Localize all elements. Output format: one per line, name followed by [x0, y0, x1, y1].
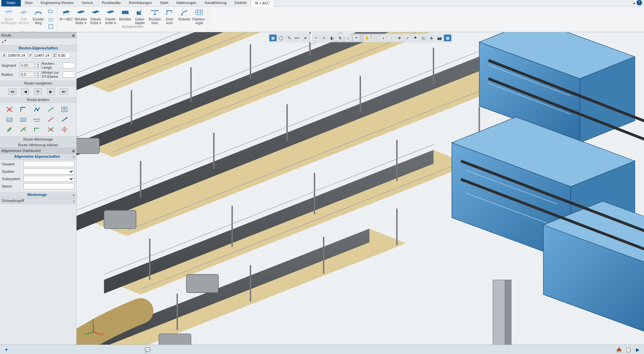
help-icon[interactable]: ? — [637, 0, 642, 5]
ribbon-btn-drehkran[interactable]: Dreh kran — [162, 7, 177, 25]
menu-item-kanalfuehrung[interactable]: Kanalführung — [200, 0, 230, 6]
route-tool-route-r-icon[interactable]: R — [60, 105, 69, 113]
route-tool-corner-green-icon[interactable] — [32, 125, 42, 134]
vt-zoom-in-icon[interactable]: ＋ — [379, 35, 387, 41]
collapse-icon[interactable]: ▴ — [73, 154, 75, 159]
status-chat-icon[interactable]: 💬 — [144, 346, 151, 353]
route-tool-1x2-icon[interactable]: 1×2 — [5, 115, 14, 123]
route-tool-1half-icon[interactable]: 1½ — [18, 115, 28, 123]
vt-cube2-icon[interactable]: ▦ — [444, 35, 451, 41]
status-clipboard-icon[interactable]: 📋 — [625, 346, 632, 353]
panel-header-route[interactable]: Route ▣ — [0, 32, 76, 38]
menu-item-engineering-review[interactable]: Engineering Review — [37, 0, 78, 6]
header-schnellzugriff[interactable]: Schnellzugriff ▴ — [0, 198, 76, 204]
ribbon-btn-teile-attribut[interactable]: Teile Attribut — [16, 7, 31, 31]
panel-header-dashboard[interactable]: Allgemeines Dashboard ▣ — [0, 148, 76, 154]
vt-layers-icon[interactable]: ≋ — [302, 35, 309, 41]
route-tool-line-red-icon[interactable] — [46, 115, 55, 123]
ribbon-small-btn-1[interactable] — [47, 8, 54, 15]
ribbon-btn-gabelstapler[interactable]: Gabel- stapler — [133, 7, 147, 25]
nav-next-button[interactable]: ▶ — [47, 88, 55, 95]
pin-icon[interactable]: ▣ — [72, 34, 75, 37]
ribbon-btn-roboter[interactable]: Roboter — [177, 7, 192, 25]
vt-pencil-icon[interactable]: ✏ — [312, 35, 320, 41]
route-tool-split-icon[interactable] — [18, 125, 28, 134]
status-inbox-icon[interactable]: 📥 — [615, 346, 623, 353]
collapse-icon[interactable]: ▴ — [73, 193, 75, 197]
select-subsystem[interactable] — [24, 176, 74, 182]
ribbon-btn-pakete-kette[interactable]: Pakete Kette ▾ — [88, 7, 103, 25]
status-compass-icon[interactable]: ✦ — [3, 346, 10, 353]
menu-item-rohrleitungen[interactable]: Rohrleitungen — [125, 0, 156, 6]
input-x[interactable] — [6, 52, 27, 58]
menu-item-elektrik[interactable]: Elektrik — [231, 0, 251, 6]
menu-item-halterungen[interactable]: Halterungen — [172, 0, 200, 6]
link-route-werkzeuge[interactable]: Route-Werkzeuge — [0, 136, 76, 142]
nav-last-button[interactable]: ⏭ — [60, 88, 68, 95]
ribbon-btn-brueckenkran[interactable]: Brücken kran — [147, 7, 162, 25]
ribbon-btn-m-aec[interactable]: M + AEC — [59, 7, 74, 25]
route-icon[interactable] — [1, 39, 7, 44]
vt-hammer-icon[interactable]: ✎ — [285, 35, 293, 41]
pin-icon[interactable]: ▣ — [72, 149, 75, 153]
nav-first-button[interactable]: ⏮ — [8, 88, 16, 95]
input-z[interactable] — [57, 52, 70, 58]
ribbon-btn-behaelter-kette[interactable]: Behälter Kette ▾ — [74, 7, 88, 25]
viewport-3d[interactable]: ▦ ◯ ✎ ANY ≋ ✏ ✐ ◧ ⧉ ⌕ ↶ ✋ ⬚ ＋ － ✥ ⤢ ⚑ ◱ … — [77, 32, 644, 345]
vt-hand-icon[interactable]: ✋ — [363, 35, 371, 41]
ribbon-btn-erstelle-weg[interactable]: CABLE Erstelle Weg — [31, 7, 46, 31]
vt-pan-icon[interactable]: ✥ — [396, 35, 403, 41]
vt-zoom-window-icon[interactable]: ⬚ — [371, 35, 379, 41]
route-tool-line-arrow-icon[interactable] — [60, 115, 69, 123]
vt-box-add-icon[interactable]: ⧉ — [336, 35, 344, 41]
route-tool-line-green-icon[interactable] — [46, 105, 55, 113]
ribbon-btn-palettenregal[interactable]: Paletten- regal — [192, 7, 206, 25]
collapse-icon[interactable]: ▴ — [73, 199, 75, 203]
select-system[interactable] — [24, 168, 74, 174]
ribbon-btn-behaelter[interactable]: Behälter — [118, 7, 133, 25]
vt-ortho-icon[interactable]: ◱ — [420, 35, 427, 41]
vt-marker-icon[interactable]: ⚑ — [412, 35, 419, 41]
route-tool-zigzag-icon[interactable] — [32, 105, 42, 113]
vt-fit-icon[interactable]: ⤢ — [404, 35, 411, 41]
vt-camera-icon[interactable]: 📷 — [436, 35, 443, 41]
menu-item-versch[interactable]: Versch. — [78, 0, 98, 6]
ribbon-btn-palette-kette[interactable]: Palette Kette ▾ — [103, 7, 118, 25]
input-name[interactable] — [24, 183, 74, 189]
vt-box-find-icon[interactable]: ⌕ — [344, 35, 352, 41]
menu-item-m-aec[interactable]: M + AEC — [251, 0, 274, 7]
menu-item-stahl[interactable]: Stahl — [156, 0, 172, 6]
radius-spinner[interactable]: ▴▾ — [36, 71, 40, 78]
vt-undo-icon[interactable]: ↶ — [353, 35, 360, 41]
menu-item-punktwolke[interactable]: Punktwolke — [98, 0, 125, 6]
nav-refresh-button[interactable]: ⟳ — [34, 88, 42, 95]
menu-file[interactable]: Datei — [1, 0, 21, 6]
route-tool-angle-icon[interactable] — [18, 105, 28, 113]
ribbon-btn-beine-verlaengern[interactable]: Beine verlängern — [1, 7, 16, 31]
vt-cube-icon[interactable]: ▦ — [269, 35, 277, 41]
menu-item-start[interactable]: Start — [21, 0, 37, 6]
segment-spinner[interactable]: ▴▾ — [36, 62, 40, 68]
route-tool-target-icon[interactable] — [60, 125, 69, 134]
create-path-icon: CABLE — [34, 8, 43, 17]
route-tool-cross-icon[interactable] — [5, 105, 14, 113]
route-tool-cross-red-icon[interactable] — [46, 125, 55, 134]
ribbon-collapse-icon[interactable]: ▴ — [633, 0, 636, 6]
ribbon-small-btn-2[interactable]: AUTO — [47, 15, 54, 23]
input-y[interactable] — [33, 52, 51, 58]
vt-zoom-out-icon[interactable]: － — [387, 35, 395, 41]
vt-iso-icon[interactable]: ◈ — [428, 35, 435, 41]
route-tool-auto-icon[interactable]: AUTO — [32, 115, 42, 123]
vt-brush-icon[interactable]: ✐ — [320, 35, 328, 41]
vt-any-icon[interactable]: ANY — [293, 35, 301, 41]
nav-prev-button[interactable]: ◀ — [21, 88, 29, 95]
vt-palette-icon[interactable]: ◧ — [328, 35, 336, 41]
input-gewerk[interactable] — [24, 161, 74, 167]
vt-sphere-icon[interactable]: ◯ — [277, 35, 285, 41]
route-tool-parallel-icon[interactable] — [5, 125, 14, 134]
svg-rect-14 — [154, 14, 156, 15]
link-route-werkzeug-waehlen[interactable]: Route-Werkzeug wählen — [0, 142, 76, 148]
status-play-icon[interactable]: ▶ — [634, 346, 641, 353]
ribbon-small-btn-3[interactable] — [47, 23, 54, 30]
bridge-crane-icon — [150, 8, 159, 17]
